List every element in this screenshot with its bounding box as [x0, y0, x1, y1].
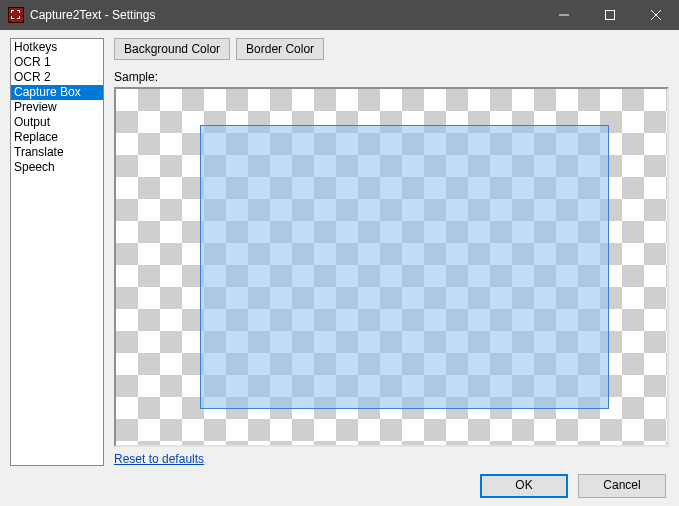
sample-checkerboard [116, 89, 667, 445]
sidebar-item-label: OCR 1 [14, 55, 51, 69]
client-area: Hotkeys OCR 1 OCR 2 Capture Box Preview … [0, 30, 679, 506]
window-title: Capture2Text - Settings [30, 8, 541, 22]
svg-rect-0 [606, 11, 615, 20]
sidebar-item-capture-box[interactable]: Capture Box [11, 85, 103, 100]
body: Hotkeys OCR 1 OCR 2 Capture Box Preview … [0, 30, 679, 466]
ok-button[interactable]: OK [480, 474, 568, 498]
sidebar-item-label: Hotkeys [14, 40, 57, 54]
settings-categories-list[interactable]: Hotkeys OCR 1 OCR 2 Capture Box Preview … [10, 38, 104, 466]
capture-box-preview [200, 125, 609, 409]
sidebar-item-hotkeys[interactable]: Hotkeys [11, 40, 103, 55]
sidebar-item-ocr1[interactable]: OCR 1 [11, 55, 103, 70]
minimize-button[interactable] [541, 0, 587, 30]
sidebar-item-label: OCR 2 [14, 70, 51, 84]
sidebar-item-ocr2[interactable]: OCR 2 [11, 70, 103, 85]
settings-window: Capture2Text - Settings Hotkeys OCR 1 OC… [0, 0, 679, 506]
sample-label: Sample: [114, 70, 669, 84]
main-panel: Background Color Border Color Sample: Re… [104, 38, 669, 466]
sidebar-item-label: Replace [14, 130, 58, 144]
reset-to-defaults-link[interactable]: Reset to defaults [114, 452, 204, 466]
sample-frame [114, 87, 669, 447]
border-color-button[interactable]: Border Color [236, 38, 324, 60]
maximize-button[interactable] [587, 0, 633, 30]
cancel-button[interactable]: Cancel [578, 474, 666, 498]
background-color-button[interactable]: Background Color [114, 38, 230, 60]
sidebar-item-label: Translate [14, 145, 64, 159]
sidebar-item-label: Capture Box [14, 85, 81, 99]
sidebar-item-label: Preview [14, 100, 57, 114]
sidebar-item-replace[interactable]: Replace [11, 130, 103, 145]
titlebar: Capture2Text - Settings [0, 0, 679, 30]
color-toolbar: Background Color Border Color [114, 38, 669, 64]
sidebar-item-output[interactable]: Output [11, 115, 103, 130]
sidebar-item-label: Speech [14, 160, 55, 174]
sidebar-item-preview[interactable]: Preview [11, 100, 103, 115]
close-button[interactable] [633, 0, 679, 30]
sidebar-item-label: Output [14, 115, 50, 129]
dialog-footer: OK Cancel [0, 466, 679, 506]
sidebar-item-translate[interactable]: Translate [11, 145, 103, 160]
sidebar-item-speech[interactable]: Speech [11, 160, 103, 175]
app-icon [8, 7, 24, 23]
